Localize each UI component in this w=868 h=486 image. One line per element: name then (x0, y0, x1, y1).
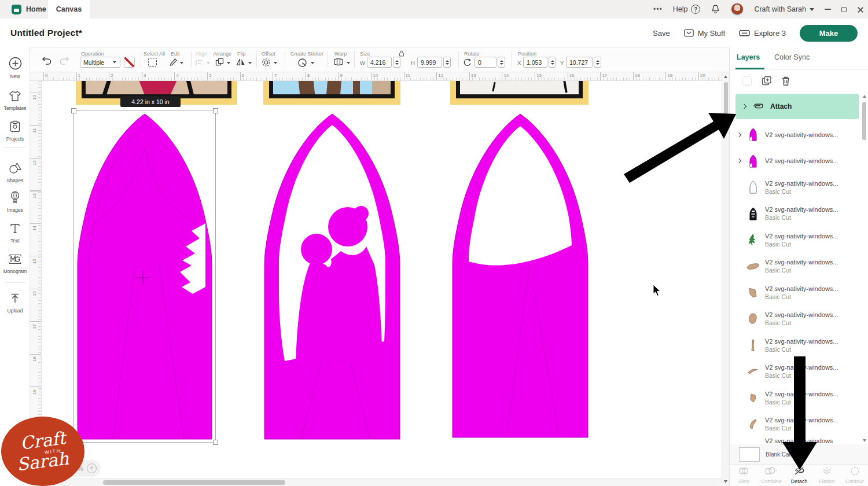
x-input[interactable]: 1.053 (523, 57, 547, 68)
save-button[interactable]: Save (653, 29, 670, 38)
scroll-down-icon[interactable] (863, 439, 866, 442)
layer-row[interactable]: V2 svg-nativity-windows...Basic Cut (735, 359, 859, 385)
offset-dropdown-caret[interactable] (274, 62, 277, 64)
operation-select[interactable]: Multiple (80, 57, 120, 68)
width-input[interactable]: 4.216 (367, 57, 392, 68)
sidebar-item-monogram[interactable]: Monogram (0, 253, 30, 274)
y-input[interactable]: 10.727 (566, 57, 593, 68)
undo-button[interactable] (42, 56, 52, 65)
selection-handle-top-right[interactable] (213, 108, 218, 113)
avatar[interactable] (731, 3, 744, 16)
sidebar-item-projects[interactable]: Projects (0, 120, 30, 142)
tab-home[interactable]: Home (6, 0, 52, 19)
rotate-input[interactable]: 0 (475, 57, 496, 68)
canvas-vertical-scrollbar[interactable] (722, 72, 729, 486)
expand-chevron-icon[interactable] (737, 132, 741, 137)
warp-dropdown-caret[interactable] (347, 62, 350, 64)
arch-shape-2[interactable] (263, 113, 401, 440)
flip-icon[interactable] (236, 58, 245, 66)
layer-row[interactable]: V2 svg-nativity-windows... (735, 122, 859, 148)
layer-row-partial[interactable]: V2 svg-nativity-windows (735, 437, 859, 444)
height-stepper[interactable] (443, 57, 451, 68)
duplicate-icon[interactable] (762, 76, 772, 86)
y-stepper[interactable] (594, 57, 601, 68)
tab-canvas[interactable]: Canvas (48, 0, 90, 19)
layer-row[interactable]: V2 svg-nativity-windows...Basic Cut (735, 201, 859, 227)
warp-icon[interactable] (333, 58, 344, 66)
align-icon (196, 59, 204, 66)
slice-button[interactable]: Slice (730, 465, 757, 486)
redo-button[interactable] (59, 56, 69, 65)
detach-button[interactable]: Detach (785, 465, 813, 486)
scroll-up-icon[interactable] (724, 75, 727, 78)
edit-pencil-icon[interactable] (169, 58, 178, 67)
edit-dropdown-caret[interactable] (180, 62, 183, 64)
flatten-button[interactable]: Flatten (813, 465, 841, 486)
framed-image-3[interactable] (450, 81, 589, 105)
create-sticker-dropdown-caret[interactable] (311, 62, 314, 64)
canvas-area[interactable]: 01234567891011121314151617181920 1011121… (30, 72, 722, 486)
my-stuff-button[interactable]: My Stuff (684, 29, 725, 38)
more-menu-icon[interactable]: ••• (653, 5, 663, 13)
tab-layers[interactable]: Layers (737, 53, 760, 61)
selection-handle-bottom-right[interactable] (213, 440, 218, 445)
tab-color-sync[interactable]: Color Sync (774, 53, 810, 61)
scroll-down-icon[interactable] (724, 480, 727, 483)
explore-machine-button[interactable]: Explore 3 (739, 29, 786, 38)
layer-row[interactable]: V2 svg-nativity-windows...Basic Cut (735, 385, 859, 411)
sidebar-item-shapes[interactable]: Shapes (0, 162, 30, 183)
vertical-scroll-thumb[interactable] (724, 82, 728, 124)
layer-row[interactable]: V2 svg-nativity-windows... (735, 148, 859, 174)
combine-button[interactable]: Combine (757, 465, 785, 486)
project-title[interactable]: Untitled Project* (10, 28, 82, 38)
trash-icon[interactable] (781, 76, 790, 86)
rotate-icon[interactable] (463, 58, 472, 67)
blank-canvas-row[interactable]: Blank Canvas (730, 444, 868, 464)
framed-image-2[interactable] (263, 81, 400, 105)
height-input[interactable]: 9.999 (417, 57, 442, 68)
sidebar-item-text[interactable]: Text (0, 223, 30, 244)
layer-row[interactable]: V2 svg-nativity-windows...Basic Cut (735, 253, 859, 279)
layer-row[interactable]: V2 svg-nativity-windows...Basic Cut (735, 411, 859, 437)
blank-canvas-swatch[interactable] (739, 447, 760, 462)
select-all-button[interactable] (148, 58, 157, 67)
x-stepper[interactable] (549, 57, 556, 68)
multi-color-swatch[interactable] (124, 57, 135, 68)
attach-group-row[interactable]: Attach (735, 94, 859, 119)
window-close-button[interactable] (857, 6, 863, 13)
expand-chevron-icon[interactable] (742, 104, 746, 109)
sidebar-item-templates[interactable]: Templates (0, 90, 30, 111)
lock-icon[interactable] (398, 50, 405, 57)
rotate-stepper[interactable] (498, 57, 505, 68)
sidebar-item-upload[interactable]: Upload (0, 293, 30, 314)
arrange-icon[interactable] (215, 58, 224, 67)
offset-icon[interactable] (262, 58, 271, 67)
scroll-up-icon[interactable] (863, 95, 866, 98)
layer-list-scrollbar[interactable] (861, 93, 868, 444)
layer-row[interactable]: V2 svg-nativity-windows...Basic Cut (735, 279, 859, 305)
window-maximize-button[interactable] (841, 7, 847, 12)
width-stepper[interactable] (393, 57, 400, 68)
flip-dropdown-caret[interactable] (248, 62, 252, 64)
layer-row[interactable]: V2 svg-nativity-windows...Basic Cut (735, 174, 859, 200)
horizontal-scroll-thumb[interactable] (103, 480, 285, 485)
list-scroll-thumb[interactable] (862, 102, 866, 140)
help-menu[interactable]: Help ? (673, 5, 701, 14)
create-sticker-icon[interactable] (297, 58, 307, 68)
contour-button[interactable]: Contour (841, 465, 868, 486)
layer-row[interactable]: V2 svg-nativity-windows...Basic Cut (735, 227, 859, 253)
canvas-horizontal-scrollbar[interactable] (30, 478, 722, 486)
make-button[interactable]: Make (800, 25, 858, 42)
layer-row[interactable]: V2 svg-nativity-windows...Basic Cut (735, 306, 859, 332)
sidebar-item-images[interactable]: Images (0, 191, 30, 213)
zoom-in-icon[interactable]: + (87, 463, 97, 473)
window-minimize-button[interactable] (825, 9, 831, 10)
arrange-dropdown-caret[interactable] (227, 62, 230, 64)
notifications-bell-icon[interactable] (711, 4, 720, 14)
layer-row[interactable]: V2 svg-nativity-windows...Basic Cut (735, 332, 859, 358)
selection-handle-top-left[interactable] (71, 108, 76, 113)
expand-chevron-icon[interactable] (737, 159, 741, 163)
account-menu[interactable]: Craft with Sarah (754, 5, 814, 13)
arch-shape-3[interactable] (451, 113, 589, 438)
sidebar-item-new[interactable]: New (0, 57, 30, 79)
